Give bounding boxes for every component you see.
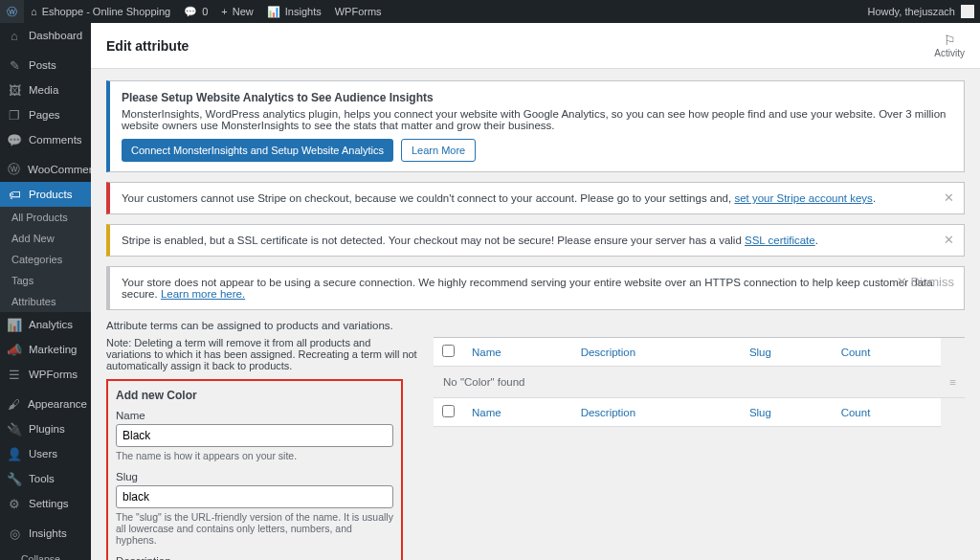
terms-table-panel: Name Description Slug Count No "Color" f… bbox=[434, 337, 965, 560]
menu-woocommerce[interactable]: ⓦWooCommerce bbox=[0, 157, 91, 182]
ssl-cert-link[interactable]: SSL certificate bbox=[745, 235, 815, 246]
col-count[interactable]: Count bbox=[841, 347, 871, 358]
wp-logo[interactable]: ⓦ bbox=[0, 0, 24, 23]
woocommerce-icon: ⓦ bbox=[8, 163, 20, 176]
name-field[interactable] bbox=[116, 424, 393, 447]
gear-icon[interactable]: ≡ bbox=[941, 367, 965, 398]
howdy-text[interactable]: Howdy, thejuszach bbox=[867, 6, 955, 17]
dashboard-icon: ⌂ bbox=[8, 29, 21, 42]
admin-toolbar: ⓦ ⌂Eshoppe - Online Shopping 💬0 +New 📊In… bbox=[0, 0, 980, 23]
https-learn-link[interactable]: Learn more here. bbox=[161, 288, 245, 300]
menu-marketing[interactable]: 📣Marketing bbox=[0, 337, 91, 362]
wordpress-icon: ⓦ bbox=[7, 5, 17, 19]
main-content: Edit attribute ⚐ Activity Please Setup W… bbox=[91, 23, 980, 560]
activity-panel[interactable]: ⚐ Activity bbox=[934, 33, 965, 58]
menu-label: Pages bbox=[29, 109, 60, 121]
menu-insights[interactable]: ◎Insights bbox=[0, 521, 91, 546]
users-icon: 👤 bbox=[8, 447, 21, 460]
home-icon: ⌂ bbox=[31, 6, 37, 17]
insights-icon: ◎ bbox=[8, 526, 21, 540]
notice-body: MonsterInsights, WordPress analytics plu… bbox=[122, 108, 946, 131]
select-all-checkbox[interactable] bbox=[442, 345, 455, 357]
collapse-menu[interactable]: ◀Collapse menu bbox=[0, 546, 91, 560]
submenu-categories[interactable]: Categories bbox=[0, 249, 91, 270]
menu-analytics[interactable]: 📊Analytics bbox=[0, 312, 91, 337]
comments-link[interactable]: 💬0 bbox=[177, 0, 214, 23]
avatar[interactable] bbox=[961, 5, 974, 18]
marketing-icon: 📣 bbox=[8, 343, 21, 356]
notice-text: Your customers cannot use Stripe on chec… bbox=[122, 192, 734, 204]
bar-chart-icon: 📊 bbox=[267, 6, 280, 18]
insights-link[interactable]: 📊Insights bbox=[260, 0, 328, 23]
notice-title: Please Setup Website Analytics to See Au… bbox=[122, 91, 952, 104]
col-description-foot[interactable]: Description bbox=[581, 407, 636, 418]
dismiss-icon[interactable]: ✕ bbox=[944, 190, 954, 205]
products-icon: 🏷 bbox=[8, 188, 21, 201]
comments-icon: 💬 bbox=[8, 133, 21, 146]
menu-products[interactable]: 🏷Products bbox=[0, 182, 91, 207]
settings-icon: ⚙ bbox=[8, 497, 21, 510]
submenu-all-products[interactable]: All Products bbox=[0, 207, 91, 228]
notice-stripe-error: Your customers cannot use Stripe on chec… bbox=[106, 182, 965, 214]
menu-label: Posts bbox=[29, 59, 56, 71]
submenu-tags[interactable]: Tags bbox=[0, 270, 91, 291]
notice-https-warning: Your store does not appear to be using a… bbox=[106, 266, 965, 310]
form-heading: Add new Color bbox=[116, 389, 393, 402]
col-name[interactable]: Name bbox=[472, 347, 501, 358]
notice-text: Stripe is enabled, but a SSL certificate… bbox=[122, 235, 745, 246]
dismiss-button[interactable]: ✕ Dismiss bbox=[897, 275, 954, 289]
menu-settings[interactable]: ⚙Settings bbox=[0, 491, 91, 516]
name-label: Name bbox=[116, 410, 393, 421]
site-name-link[interactable]: ⌂Eshoppe - Online Shopping bbox=[24, 0, 177, 23]
menu-label: Dashboard bbox=[29, 30, 82, 41]
plus-icon: + bbox=[221, 6, 227, 17]
menu-appearance[interactable]: 🖌Appearance bbox=[0, 392, 91, 416]
collapse-label: Collapse menu bbox=[21, 553, 83, 560]
comment-icon: 💬 bbox=[184, 6, 197, 18]
col-count-foot[interactable]: Count bbox=[841, 407, 871, 418]
menu-tools[interactable]: 🔧Tools bbox=[0, 466, 91, 491]
connect-mi-button[interactable]: Connect MonsterInsights and Setup Websit… bbox=[122, 139, 393, 162]
menu-label: Marketing bbox=[29, 344, 78, 355]
menu-label: Comments bbox=[29, 134, 82, 146]
terms-table: Name Description Slug Count No "Color" f… bbox=[434, 337, 965, 427]
menu-label: Tools bbox=[29, 473, 55, 484]
menu-users[interactable]: 👤Users bbox=[0, 441, 91, 466]
add-term-form: Add new Color Name The name is how it ap… bbox=[106, 379, 403, 560]
col-slug[interactable]: Slug bbox=[749, 347, 771, 358]
submenu-attributes[interactable]: Attributes bbox=[0, 291, 91, 312]
intro-paragraph-1: Attribute terms can be assigned to produ… bbox=[106, 320, 965, 331]
menu-pages[interactable]: ❐Pages bbox=[0, 102, 91, 127]
menu-comments[interactable]: 💬Comments bbox=[0, 127, 91, 152]
pages-icon: ❐ bbox=[8, 108, 21, 122]
notice-ssl-warning: Stripe is enabled, but a SSL certificate… bbox=[106, 224, 965, 257]
menu-plugins[interactable]: 🔌Plugins bbox=[0, 416, 91, 441]
menu-posts[interactable]: ✎Posts bbox=[0, 53, 91, 78]
select-all-checkbox-foot[interactable] bbox=[442, 405, 455, 417]
admin-sidebar: ⌂Dashboard ✎Posts 🖾Media ❐Pages 💬Comment… bbox=[0, 23, 91, 560]
menu-label: Plugins bbox=[29, 423, 65, 435]
stripe-keys-link[interactable]: set your Stripe account keys bbox=[734, 192, 872, 204]
comments-count: 0 bbox=[202, 6, 208, 17]
description-label: Description bbox=[116, 555, 393, 560]
menu-label: Products bbox=[29, 189, 72, 200]
wpforms-link[interactable]: WPForms bbox=[328, 0, 389, 23]
admin-toolbar-left: ⓦ ⌂Eshoppe - Online Shopping 💬0 +New 📊In… bbox=[0, 0, 389, 23]
slug-label: Slug bbox=[116, 471, 393, 482]
new-content-link[interactable]: +New bbox=[214, 0, 259, 23]
appearance-icon: 🖌 bbox=[8, 397, 20, 411]
slug-field[interactable] bbox=[116, 485, 393, 508]
submenu-add-new[interactable]: Add New bbox=[0, 228, 91, 249]
col-slug-foot[interactable]: Slug bbox=[749, 407, 771, 418]
menu-media[interactable]: 🖾Media bbox=[0, 78, 91, 102]
admin-toolbar-right: Howdy, thejuszach bbox=[867, 5, 980, 18]
learn-more-button[interactable]: Learn More bbox=[401, 139, 476, 162]
menu-label: Appearance bbox=[28, 398, 87, 410]
wpforms-label: WPForms bbox=[335, 6, 382, 17]
menu-wpforms[interactable]: ☰WPForms bbox=[0, 362, 91, 387]
col-description[interactable]: Description bbox=[581, 347, 636, 358]
col-name-foot[interactable]: Name bbox=[472, 407, 501, 418]
menu-label: WPForms bbox=[29, 369, 78, 380]
dismiss-icon[interactable]: ✕ bbox=[944, 233, 954, 247]
menu-dashboard[interactable]: ⌂Dashboard bbox=[0, 23, 91, 48]
